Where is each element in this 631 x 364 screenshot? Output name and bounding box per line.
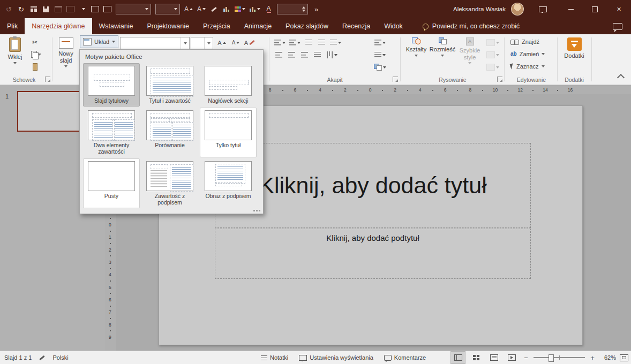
text-direction-button[interactable]	[373, 37, 387, 48]
ribbon-tab[interactable]: Pokaz slajdów	[279, 18, 335, 34]
layout-option[interactable]: Tylko tytuł	[200, 108, 257, 157]
clear-formatting-button[interactable]: A	[243, 37, 256, 48]
align-center-button[interactable]	[286, 49, 297, 60]
ribbon-tab[interactable]: Widok	[377, 18, 410, 34]
chart-type-icon[interactable]	[250, 4, 260, 14]
zoom-in-button[interactable]: +	[589, 354, 596, 362]
qat-overflow-icon[interactable]: »	[312, 4, 320, 14]
avatar[interactable]	[511, 3, 524, 16]
shrink-font-button[interactable]: A	[229, 37, 242, 48]
slide-sorter-view-button[interactable]	[469, 352, 483, 363]
font-name-combobox[interactable]	[120, 37, 190, 49]
zoom-slider-thumb[interactable]	[549, 354, 554, 362]
ribbon-tab[interactable]: Przejścia	[196, 18, 237, 34]
maximize-button[interactable]	[583, 0, 607, 18]
align-left-button[interactable]	[273, 49, 284, 60]
replace-button[interactable]: ab Zamień	[508, 48, 547, 60]
reading-view-button[interactable]	[487, 352, 501, 363]
delete-table-icon[interactable]	[103, 4, 111, 14]
qat-combobox[interactable]	[116, 4, 151, 14]
shape-effects-button[interactable]	[485, 62, 500, 73]
font-color-icon[interactable]: A	[265, 4, 273, 14]
layout-option[interactable]: Nagłówek sekcji	[200, 63, 257, 107]
justify-button[interactable]	[312, 49, 322, 60]
zoom-slider[interactable]	[534, 357, 585, 358]
convert-smartart-button[interactable]	[373, 62, 387, 73]
layout-option[interactable]: Obraz z podpisem	[200, 158, 257, 208]
decrease-indent-button[interactable]	[303, 37, 314, 48]
tell-me-box[interactable]: Powiedz mi, co chcesz zrobić	[416, 18, 526, 34]
layout-button[interactable]: Układ	[80, 35, 118, 48]
layout-option[interactable]: Tytuł i zawartość	[141, 63, 198, 107]
print-preview-icon[interactable]	[54, 4, 62, 14]
addins-button[interactable]: Dodatki	[561, 36, 587, 59]
theme-colors-icon[interactable]	[235, 4, 245, 14]
copy-button[interactable]	[28, 49, 44, 60]
spellcheck-icon[interactable]	[40, 355, 45, 360]
zoom-percent[interactable]: 62%	[600, 354, 616, 361]
feedback-icon[interactable]	[613, 23, 622, 30]
normal-view-button[interactable]	[450, 351, 465, 364]
measurement-spinner[interactable]	[277, 4, 308, 14]
columns-button[interactable]	[325, 49, 339, 60]
shrink-font-icon[interactable]: A	[197, 4, 206, 14]
draw-pen-icon[interactable]	[210, 4, 218, 14]
slideshow-view-button[interactable]	[505, 352, 519, 363]
save-icon[interactable]	[42, 4, 50, 14]
sort-order-icon[interactable]	[79, 4, 87, 14]
resize-grip[interactable]	[259, 210, 260, 211]
align-right-button[interactable]	[299, 49, 310, 60]
layout-option[interactable]: Zawartość z podpisem	[141, 158, 198, 208]
layout-option[interactable]: Pusty	[83, 158, 140, 208]
select-button[interactable]: Zaznacz	[508, 60, 547, 72]
chart-icon[interactable]	[222, 4, 230, 14]
ribbon-tab[interactable]: Wstawianie	[92, 18, 140, 34]
redo-icon[interactable]: ↻	[17, 4, 25, 14]
layout-option[interactable]: Porównanie	[141, 108, 198, 157]
drawing-dialog-launcher[interactable]	[497, 77, 502, 82]
email-icon[interactable]	[66, 4, 74, 14]
ribbon-tab[interactable]: Plik	[0, 18, 25, 34]
format-painter-button[interactable]	[28, 61, 42, 72]
comments-toggle[interactable]: Komentarze	[384, 354, 426, 361]
minimize-button[interactable]	[559, 0, 583, 18]
grow-font-icon[interactable]: A	[184, 4, 193, 14]
arrange-button[interactable]: Rozmieść	[430, 36, 455, 57]
qat-combobox-small[interactable]	[155, 4, 180, 14]
shape-fill-button[interactable]	[485, 37, 500, 48]
ribbon-tab[interactable]: Projektowanie	[140, 18, 196, 34]
display-settings-button[interactable]: Ustawienia wyświetlania	[299, 354, 373, 361]
table-icon[interactable]	[91, 4, 99, 14]
share-icon[interactable]	[539, 4, 547, 14]
layout-option[interactable]: Slajd tytułowy	[83, 63, 140, 107]
ribbon-tab[interactable]: Narzędzia główne	[25, 18, 92, 34]
language-status[interactable]: Polski	[52, 354, 68, 361]
notes-toggle[interactable]: Notatki	[261, 354, 288, 361]
paragraph-dialog-launcher[interactable]	[393, 77, 398, 82]
align-text-button[interactable]	[373, 49, 387, 60]
shapes-button[interactable]: Kształty	[404, 36, 429, 57]
fit-to-window-icon[interactable]	[620, 354, 628, 361]
collapse-ribbon-icon[interactable]	[617, 74, 625, 81]
grow-font-button[interactable]: A	[215, 37, 228, 48]
numbering-button[interactable]	[288, 37, 301, 48]
bullets-button[interactable]	[273, 37, 286, 48]
subtitle-placeholder[interactable]: Kliknij, aby dodać podtytuł	[215, 229, 531, 279]
cut-button[interactable]: ✂	[28, 36, 42, 48]
clipboard-dialog-launcher[interactable]	[45, 77, 50, 82]
user-name[interactable]: Aleksandra Wasiak	[453, 6, 506, 12]
font-size-combobox[interactable]	[191, 37, 213, 49]
ribbon-tab[interactable]: Recenzja	[335, 18, 377, 34]
layout-option[interactable]: Dwa elementy zawartości	[83, 108, 140, 157]
find-button[interactable]: Znajdź	[508, 36, 542, 48]
shape-outline-button[interactable]	[485, 49, 500, 60]
zoom-out-button[interactable]: −	[522, 354, 530, 362]
quick-styles-button[interactable]: A Szybkie style	[456, 36, 483, 64]
increase-indent-button[interactable]	[316, 37, 327, 48]
new-slide-button[interactable]: Nowy slajd	[54, 36, 78, 67]
close-button[interactable]: ×	[607, 0, 631, 18]
start-slideshow-icon[interactable]	[29, 4, 37, 14]
line-spacing-button[interactable]	[329, 37, 342, 48]
ribbon-tab[interactable]: Animacje	[237, 18, 279, 34]
undo-icon[interactable]: ↺	[5, 4, 13, 14]
